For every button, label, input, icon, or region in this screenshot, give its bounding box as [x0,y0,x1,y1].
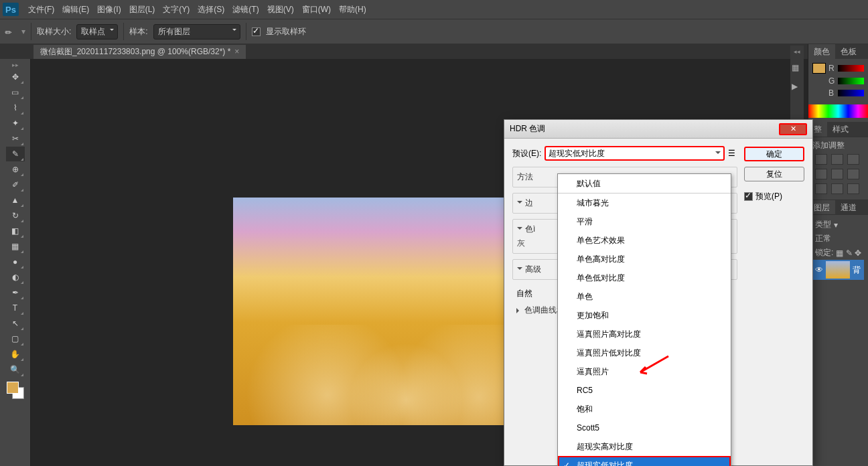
history-icon[interactable]: ▦ [792,63,802,74]
preset-option[interactable]: 平滑 [558,212,731,231]
options-bar: ✎ ▾ 取样大小: 取样点 样本: 所有图层 显示取样环 [0,19,868,44]
tab-styles[interactable]: 样式 [827,122,854,137]
preset-option[interactable]: 逼真照片 [558,362,731,381]
layer-name: 背 [853,264,861,276]
menu-select[interactable]: 选择(S) [194,4,228,15]
chevron-down-icon[interactable] [517,227,522,232]
preset-option[interactable]: 单色低对比度 [558,268,731,287]
color-swatch[interactable] [812,63,826,74]
menu-file[interactable]: 文件(F) [24,4,58,15]
stamp-tool[interactable]: ▲ [6,193,25,208]
b-slider[interactable] [838,90,864,96]
menubar: Ps 文件(F) 编辑(E) 图像(I) 图层(L) 文字(Y) 选择(S) 滤… [0,0,868,19]
sample-size-dropdown[interactable]: 取样点 [76,24,118,40]
fg-color[interactable] [7,382,19,394]
color-swatches[interactable] [7,382,24,399]
path-select-tool[interactable]: ↖ [6,316,25,331]
menu-image[interactable]: 图像(I) [93,4,125,15]
actions-icon[interactable]: ▶ [792,82,802,92]
pen-tool[interactable]: ✒ [6,285,25,300]
preset-option[interactable]: 默认值 [558,174,731,193]
tab-color[interactable]: 颜色 [808,44,835,59]
preset-option[interactable]: 城市暮光 [558,193,731,212]
heal-tool[interactable]: ⊕ [6,162,25,177]
document-tab[interactable]: 微信截图_20201117233803.png @ 100%(RGB/32*) … [33,45,246,59]
adj-icon[interactable] [847,169,859,179]
menu-view[interactable]: 视图(V) [263,4,298,15]
preset-option[interactable]: 单色 [558,287,731,306]
preset-option[interactable]: 单色艺术效果 [558,231,731,250]
tab-swatches[interactable]: 色板 [835,44,862,59]
preview-checkbox[interactable] [744,192,753,201]
type-dropdown[interactable]: ▾ [834,220,838,230]
preset-option-selected[interactable]: 超现实低对比度 [558,456,731,466]
dodge-tool[interactable]: ◐ [6,270,25,285]
adj-icon[interactable] [831,183,843,194]
blend-mode[interactable]: 正常 [815,233,831,244]
crop-tool[interactable]: ✂ [6,131,25,146]
close-button[interactable]: ✕ [779,123,807,135]
preset-option[interactable]: Scott5 [558,418,731,437]
lock-icons[interactable]: ▦ ✎ ✥ [836,248,861,258]
preset-option[interactable]: 逼真照片低对比度 [558,343,731,362]
adj-icon[interactable] [831,154,843,165]
dialog-titlebar[interactable]: HDR 色调 ✕ [504,120,812,139]
chevron-down-icon[interactable]: ▾ [21,27,25,36]
marquee-tool[interactable]: ▭ [6,85,25,100]
preset-option[interactable]: 单色高对比度 [558,250,731,268]
blur-tool[interactable]: ● [6,254,25,269]
zoom-tool[interactable]: 🔍 [6,362,25,377]
text-tool[interactable]: T [6,301,25,315]
menu-help[interactable]: 帮助(H) [335,4,370,15]
r-slider[interactable] [838,65,864,72]
adj-icon[interactable] [847,183,859,194]
menu-layer[interactable]: 图层(L) [125,4,159,15]
eraser-tool[interactable]: ◧ [6,224,25,238]
brush-tool[interactable]: ✐ [6,177,25,192]
menu-window[interactable]: 窗口(W) [298,4,335,15]
move-tool[interactable]: ✥ [6,70,25,84]
type-label: 类型 [815,219,831,230]
tab-channels[interactable]: 通道 [835,200,862,214]
lasso-tool[interactable]: ⌇ [6,100,25,115]
color-spectrum[interactable] [808,104,868,118]
visibility-icon[interactable]: 👁 [815,265,823,275]
adj-icon[interactable] [815,183,827,194]
preset-dropdown[interactable]: 超现实低对比度 [545,147,724,160]
adj-icon[interactable] [847,154,859,165]
separator [123,23,124,40]
ok-button[interactable]: 确定 [744,147,804,161]
toolbar-collapse[interactable]: ▸▸ [12,62,19,68]
menu-edit[interactable]: 编辑(E) [58,4,93,15]
reset-button[interactable]: 复位 [744,167,804,181]
adj-icon[interactable] [815,154,827,165]
chevron-right-icon[interactable] [516,308,522,313]
close-icon[interactable]: × [234,47,239,56]
adj-icon[interactable] [831,169,843,179]
eyedropper-tool[interactable]: ✎ [6,147,25,161]
preset-option[interactable]: 超现实高对比度 [558,437,731,456]
right-panels: 颜色 色板 R G B 整 样式 添加调整 图层 通道 类型▾ 正常 锁定:▦ … [808,44,868,466]
sample-dropdown[interactable]: 所有图层 [153,24,240,40]
wand-tool[interactable]: ✦ [6,116,25,131]
preset-option[interactable]: 饱和 [558,400,731,418]
preset-option[interactable]: RC5 [558,381,731,400]
preset-option[interactable]: 逼真照片高对比度 [558,325,731,343]
preset-option[interactable]: 更加饱和 [558,306,731,325]
hand-tool[interactable]: ✋ [6,347,25,362]
layer-row[interactable]: 👁 背 [812,260,864,280]
chevron-down-icon[interactable] [517,201,522,206]
adj-icon[interactable] [815,169,827,179]
history-brush-tool[interactable]: ↻ [6,208,25,223]
preset-menu-icon[interactable]: ☰ [728,149,737,158]
gradient-tool[interactable]: ▦ [6,239,25,254]
menu-text[interactable]: 文字(Y) [159,4,194,15]
g-slider[interactable] [838,78,864,84]
eyedropper-icon: ✎ [3,24,19,40]
shape-tool[interactable]: ▢ [6,331,25,346]
show-ring-checkbox[interactable] [252,27,261,36]
expand-icon[interactable]: ◂◂ [794,48,800,55]
chevron-down-icon[interactable] [517,267,522,273]
menu-filter[interactable]: 滤镜(T) [228,4,263,15]
preset-label: 预设(E): [512,148,541,159]
